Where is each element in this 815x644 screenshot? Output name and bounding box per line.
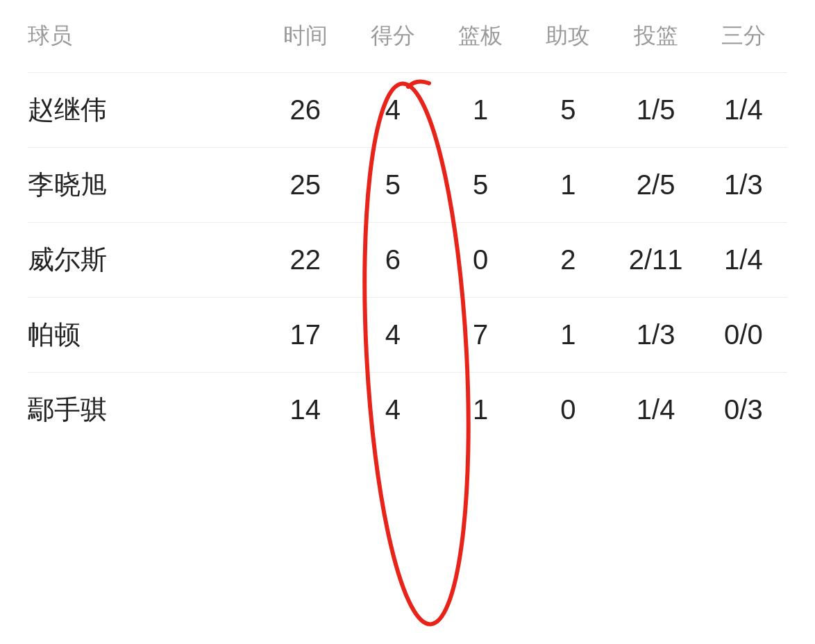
header-assist: 助攻 bbox=[524, 21, 612, 72]
cell-shooting-1: 2/5 bbox=[612, 147, 699, 222]
header-player: 球员 bbox=[28, 21, 262, 72]
cell-player-1: 李晓旭 bbox=[28, 147, 262, 222]
header-shooting: 投篮 bbox=[612, 21, 699, 72]
table-header-row: 球员 时间 得分 篮板 助攻 投篮 三分 bbox=[28, 21, 787, 72]
table-row: 李晓旭255512/51/3 bbox=[28, 147, 787, 222]
cell-score-0: 4 bbox=[349, 72, 437, 147]
cell-player-3: 帕顿 bbox=[28, 297, 262, 372]
cell-three-3: 0/0 bbox=[700, 297, 787, 372]
cell-score-4: 4 bbox=[349, 372, 437, 447]
cell-time-1: 25 bbox=[262, 147, 349, 222]
cell-three-1: 1/3 bbox=[700, 147, 787, 222]
cell-three-0: 1/4 bbox=[700, 72, 787, 147]
player-stats-table: 球员 时间 得分 篮板 助攻 投篮 三分 赵继伟264151/51/4李晓旭25… bbox=[28, 21, 787, 447]
cell-rebound-1: 5 bbox=[437, 147, 524, 222]
cell-player-4: 鄢手骐 bbox=[28, 372, 262, 447]
cell-score-1: 5 bbox=[349, 147, 437, 222]
stats-table-container: 球员 时间 得分 篮板 助攻 投篮 三分 赵继伟264151/51/4李晓旭25… bbox=[0, 0, 815, 468]
cell-three-4: 0/3 bbox=[700, 372, 787, 447]
cell-shooting-3: 1/3 bbox=[612, 297, 699, 372]
cell-time-4: 14 bbox=[262, 372, 349, 447]
header-score: 得分 bbox=[349, 21, 437, 72]
table-row: 威尔斯226022/111/4 bbox=[28, 222, 787, 297]
cell-assist-4: 0 bbox=[524, 372, 612, 447]
header-time: 时间 bbox=[262, 21, 349, 72]
cell-rebound-2: 0 bbox=[437, 222, 524, 297]
cell-rebound-3: 7 bbox=[437, 297, 524, 372]
cell-score-3: 4 bbox=[349, 297, 437, 372]
header-three: 三分 bbox=[700, 21, 787, 72]
cell-shooting-2: 2/11 bbox=[612, 222, 699, 297]
cell-three-2: 1/4 bbox=[700, 222, 787, 297]
cell-shooting-4: 1/4 bbox=[612, 372, 699, 447]
cell-time-2: 22 bbox=[262, 222, 349, 297]
cell-assist-1: 1 bbox=[524, 147, 612, 222]
table-row: 帕顿174711/30/0 bbox=[28, 297, 787, 372]
cell-assist-2: 2 bbox=[524, 222, 612, 297]
cell-time-0: 26 bbox=[262, 72, 349, 147]
cell-time-3: 17 bbox=[262, 297, 349, 372]
cell-player-2: 威尔斯 bbox=[28, 222, 262, 297]
header-rebound: 篮板 bbox=[437, 21, 524, 72]
cell-player-0: 赵继伟 bbox=[28, 72, 262, 147]
table-row: 鄢手骐144101/40/3 bbox=[28, 372, 787, 447]
cell-assist-3: 1 bbox=[524, 297, 612, 372]
cell-assist-0: 5 bbox=[524, 72, 612, 147]
cell-shooting-0: 1/5 bbox=[612, 72, 699, 147]
cell-rebound-4: 1 bbox=[437, 372, 524, 447]
table-row: 赵继伟264151/51/4 bbox=[28, 72, 787, 147]
cell-rebound-0: 1 bbox=[437, 72, 524, 147]
cell-score-2: 6 bbox=[349, 222, 437, 297]
